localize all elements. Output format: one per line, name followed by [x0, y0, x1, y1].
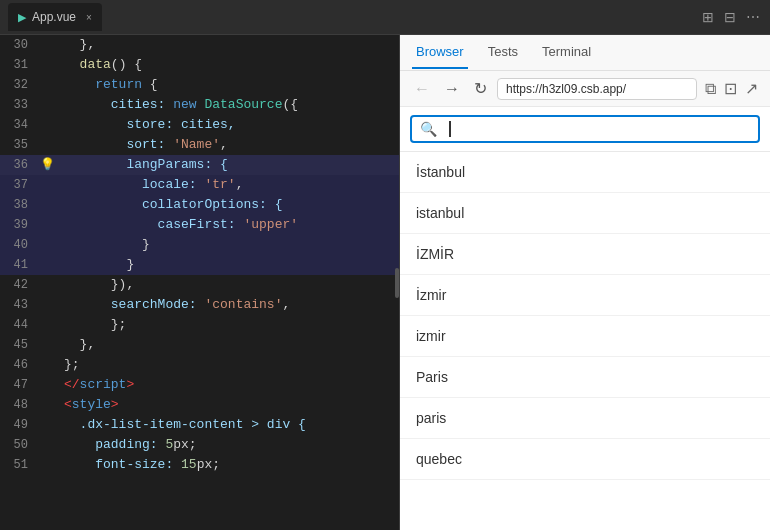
browser-panel: Browser Tests Terminal ← → ↻ ⧉ ⊡ ↗ 🔍 — [400, 35, 770, 530]
forward-button[interactable]: → — [440, 78, 464, 100]
line-number: 48 — [0, 395, 40, 415]
main-content: 30 },31 data() {32 return {33 cities: ne… — [0, 35, 770, 530]
line-content: searchMode: 'contains', — [60, 295, 399, 315]
line-number: 47 — [0, 375, 40, 395]
line-content: }, — [60, 35, 399, 55]
line-number: 38 — [0, 195, 40, 215]
browser-toolbar: ← → ↻ ⧉ ⊡ ↗ — [400, 71, 770, 107]
browser-action-icons: ⧉ ⊡ ↗ — [703, 77, 760, 100]
line-content: } — [60, 235, 399, 255]
list-item[interactable]: İZMİR — [400, 234, 770, 275]
line-content: caseFirst: 'upper' — [60, 215, 399, 235]
code-editor[interactable]: 30 },31 data() {32 return {33 cities: ne… — [0, 35, 399, 530]
more-actions-icon[interactable]: ⋯ — [744, 7, 762, 27]
line-content: store: cities, — [60, 115, 399, 135]
line-number: 33 — [0, 95, 40, 115]
line-content: langParams: { — [60, 155, 399, 175]
list-item[interactable]: paris — [400, 398, 770, 439]
line-number: 35 — [0, 135, 40, 155]
city-list[interactable]: İstanbulistanbulİZMİRİzmirizmirParispari… — [400, 152, 770, 530]
search-icon: 🔍 — [420, 121, 437, 137]
line-content: locale: 'tr', — [60, 175, 399, 195]
line-content: }, — [60, 335, 399, 355]
list-item[interactable]: İstanbul — [400, 152, 770, 193]
list-item[interactable]: İzmir — [400, 275, 770, 316]
code-panel: 30 },31 data() {32 return {33 cities: ne… — [0, 35, 400, 530]
line-number: 43 — [0, 295, 40, 315]
tab-label: App.vue — [32, 10, 76, 24]
reload-button[interactable]: ↻ — [470, 77, 491, 100]
search-container: 🔍 — [400, 107, 770, 152]
close-icon[interactable]: × — [86, 12, 92, 23]
line-number: 39 — [0, 215, 40, 235]
line-content: </script> — [60, 375, 399, 395]
line-content: <style> — [60, 395, 399, 415]
tab-bar-actions: ⊞ ⊟ ⋯ — [700, 7, 762, 27]
line-number: 42 — [0, 275, 40, 295]
line-content: return { — [60, 75, 399, 95]
lightbulb-icon[interactable]: 💡 — [40, 155, 56, 175]
line-number: 50 — [0, 435, 40, 455]
line-number: 37 — [0, 175, 40, 195]
line-content: font-size: 15px; — [60, 455, 399, 475]
split-editor-icon[interactable]: ⊞ — [700, 7, 716, 27]
line-content: } — [60, 255, 399, 275]
line-number: 32 — [0, 75, 40, 95]
line-number: 41 — [0, 255, 40, 275]
line-number: 44 — [0, 315, 40, 335]
resize-handle[interactable] — [395, 268, 399, 298]
search-box[interactable]: 🔍 — [410, 115, 760, 143]
address-bar[interactable] — [497, 78, 697, 100]
line-content: cities: new DataSource({ — [60, 95, 399, 115]
back-button[interactable]: ← — [410, 78, 434, 100]
line-content: }; — [60, 315, 399, 335]
list-item[interactable]: Paris — [400, 357, 770, 398]
line-content: }), — [60, 275, 399, 295]
list-item[interactable]: quebec — [400, 439, 770, 480]
line-number: 31 — [0, 55, 40, 75]
line-content: sort: 'Name', — [60, 135, 399, 155]
list-item[interactable]: istanbul — [400, 193, 770, 234]
editor-layout-icon[interactable]: ⊟ — [722, 7, 738, 27]
line-content: }; — [60, 355, 399, 375]
browser-tabs: Browser Tests Terminal — [400, 35, 770, 71]
line-number: 51 — [0, 455, 40, 475]
line-number: 45 — [0, 335, 40, 355]
line-content: collatorOptions: { — [60, 195, 399, 215]
tab-terminal[interactable]: Terminal — [538, 36, 595, 69]
copy-icon[interactable]: ⊡ — [722, 77, 739, 100]
vue-icon: ▶ — [18, 11, 26, 24]
share-icon[interactable]: ⧉ — [703, 78, 718, 100]
app-vue-tab[interactable]: ▶ App.vue × — [8, 3, 102, 31]
tab-tests[interactable]: Tests — [484, 36, 522, 69]
line-content: padding: 5px; — [60, 435, 399, 455]
tab-bar: ▶ App.vue × ⊞ ⊟ ⋯ — [0, 0, 770, 35]
line-number: 49 — [0, 415, 40, 435]
tab-browser[interactable]: Browser — [412, 36, 468, 69]
cursor — [449, 121, 451, 137]
line-content: .dx-list-item-content > div { — [60, 415, 399, 435]
line-content: data() { — [60, 55, 399, 75]
line-number: 36 — [0, 155, 40, 175]
open-external-icon[interactable]: ↗ — [743, 77, 760, 100]
line-number: 46 — [0, 355, 40, 375]
list-item[interactable]: izmir — [400, 316, 770, 357]
line-number: 30 — [0, 35, 40, 55]
line-number: 34 — [0, 115, 40, 135]
line-number: 40 — [0, 235, 40, 255]
